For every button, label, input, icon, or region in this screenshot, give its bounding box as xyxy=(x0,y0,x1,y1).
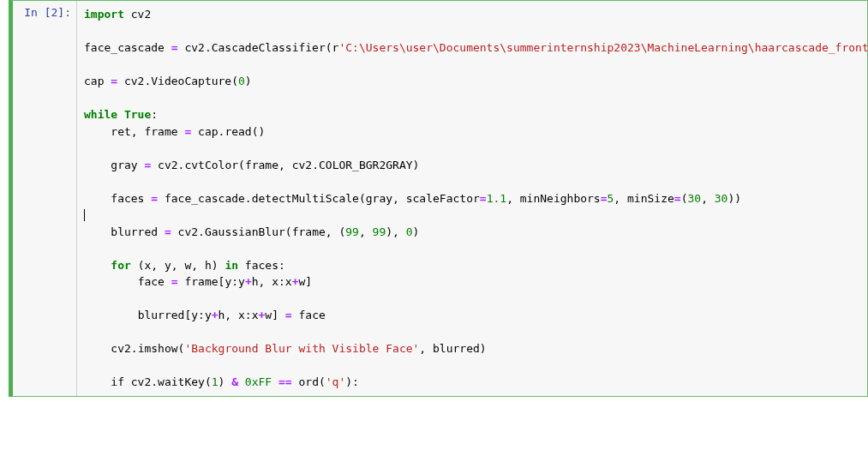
kw-import: import xyxy=(84,8,124,21)
paren: ( xyxy=(326,41,332,54)
prompt-area: In [2]: xyxy=(13,1,76,396)
expr: ) xyxy=(218,375,232,388)
op-eq: = xyxy=(111,75,117,87)
args: , minNeighbors xyxy=(506,192,601,205)
id: cv2 xyxy=(124,75,144,87)
args: , blurred xyxy=(419,342,479,355)
fn: read xyxy=(224,125,251,138)
num: 1.1 xyxy=(487,192,506,205)
id: cap xyxy=(84,75,104,87)
prompt-suffix: ]: xyxy=(57,6,71,19)
paren: () xyxy=(252,125,266,138)
expr: if cv2.waitKey( xyxy=(111,375,211,388)
expr: frame[y:y xyxy=(184,275,244,288)
code-editor[interactable]: import cv2 face_cascade = cv2.CascadeCla… xyxy=(76,1,867,396)
op-eq: = xyxy=(674,192,681,205)
op-eq: = xyxy=(151,192,158,205)
id: cap xyxy=(198,125,218,138)
num: 30 xyxy=(687,192,701,205)
args: , minSize xyxy=(614,192,673,205)
id: face_cascade xyxy=(84,41,165,54)
const: COLOR_BGR2GRAY xyxy=(319,159,413,171)
dot: . xyxy=(205,41,212,54)
colon: : xyxy=(151,108,158,121)
colon: : xyxy=(278,259,285,272)
args: frame, ( xyxy=(292,225,346,238)
num: 99 xyxy=(373,225,386,238)
comma: , xyxy=(359,225,373,238)
string-path: 'C:\Users\user\Documents\summerinternshi… xyxy=(338,41,867,54)
sp xyxy=(238,375,245,388)
expr: h, x:x xyxy=(252,275,292,288)
id: faces xyxy=(245,259,278,272)
code-content[interactable]: import cv2 face_cascade = cv2.CascadeCla… xyxy=(77,1,867,396)
comma: , xyxy=(701,192,715,205)
id: ret, frame xyxy=(111,125,177,138)
op-eq: = xyxy=(285,309,292,321)
notebook: In [2]: import cv2 face_cascade = cv2.Ca… xyxy=(0,0,868,397)
code-cell[interactable]: In [2]: import cv2 face_cascade = cv2.Ca… xyxy=(9,0,868,397)
op-plus: + xyxy=(292,275,299,288)
op-amp: & xyxy=(231,375,238,388)
kw-true: True xyxy=(124,108,151,121)
expr: ): xyxy=(345,375,359,388)
op-plus: + xyxy=(212,309,218,321)
args: ), xyxy=(386,225,405,238)
expr: ord( xyxy=(292,375,326,388)
id: face xyxy=(138,275,165,288)
op-eq: = xyxy=(165,225,171,238)
fn: imshow xyxy=(138,342,178,355)
args: frame, cv2 xyxy=(245,159,312,171)
op-eq: = xyxy=(480,192,487,205)
num: 99 xyxy=(345,225,359,238)
num: 0 xyxy=(406,225,413,238)
id: cv2 xyxy=(111,342,130,355)
paren: ( xyxy=(359,192,366,205)
fn: VideoCapture xyxy=(151,75,231,87)
paren: ) xyxy=(245,75,252,87)
op-plus: + xyxy=(245,275,252,288)
id-cv2: cv2 xyxy=(131,8,151,21)
paren: ( xyxy=(231,75,238,87)
expr: blurred[y:y xyxy=(138,309,212,321)
id: cv2 xyxy=(184,41,204,54)
op-eq: = xyxy=(144,159,151,171)
id: cv2 xyxy=(178,225,198,238)
kw-while: while xyxy=(84,108,117,121)
op-eq: = xyxy=(184,125,191,138)
id: blurred xyxy=(111,225,158,238)
dot: . xyxy=(131,342,138,355)
id: face_cascade xyxy=(165,192,245,205)
dot: . xyxy=(245,192,252,205)
text-cursor xyxy=(84,209,85,221)
paren: )) xyxy=(727,192,741,205)
op-eq: = xyxy=(601,192,608,205)
string: 'Background Blur with Visible Face' xyxy=(184,342,419,355)
sp xyxy=(272,375,278,388)
expr: w] xyxy=(299,275,313,288)
op-eqeq: == xyxy=(278,375,292,388)
op-eq: = xyxy=(171,41,178,54)
kw-for: for xyxy=(111,259,130,272)
paren: ( xyxy=(285,225,292,238)
id: faces xyxy=(111,192,144,205)
num: 30 xyxy=(715,192,728,205)
num: 0 xyxy=(238,75,245,87)
expr: w] xyxy=(265,309,278,321)
fn: detectMultiScale xyxy=(252,192,359,205)
id: gray xyxy=(111,159,137,171)
paren: ) xyxy=(413,159,420,171)
kw-in: in xyxy=(224,259,238,272)
id: face xyxy=(298,309,325,321)
vars: (x, y, w, h) xyxy=(138,259,218,272)
paren: ) xyxy=(413,225,420,238)
dot: . xyxy=(312,159,319,171)
num: 1 xyxy=(212,375,218,388)
args: gray, scaleFactor xyxy=(366,192,480,205)
op-eq: = xyxy=(171,275,178,288)
fn: CascadeClassifier xyxy=(212,41,326,54)
prompt-prefix: In [ xyxy=(24,6,51,19)
paren: ( xyxy=(238,159,245,171)
id: cv2 xyxy=(158,159,177,171)
paren: ) xyxy=(480,342,487,355)
